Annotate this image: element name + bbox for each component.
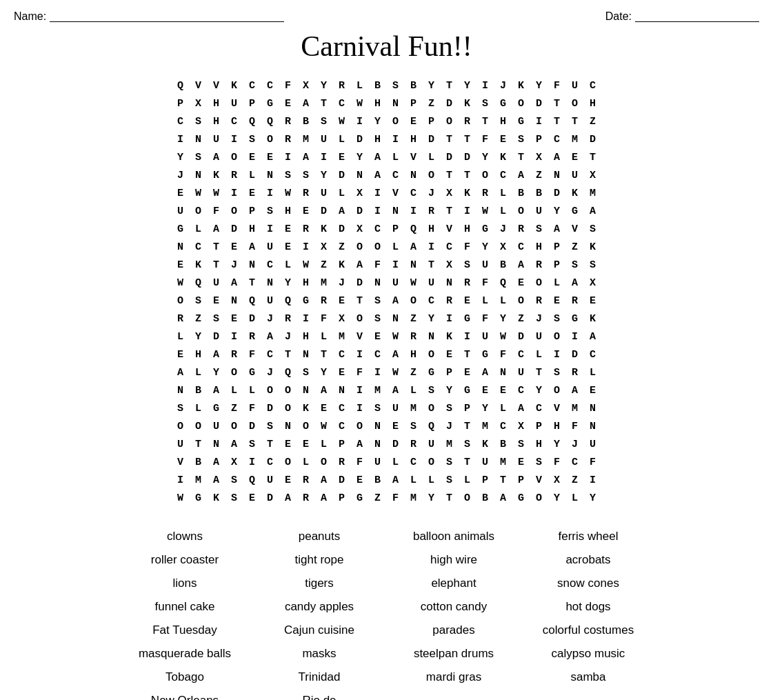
grid-cell: N xyxy=(405,166,423,184)
grid-cell: O xyxy=(297,417,315,435)
grid-cell: R xyxy=(405,435,423,453)
grid-cell: D xyxy=(208,328,225,346)
grid-cell: S xyxy=(548,310,566,328)
grid-cell: F xyxy=(548,453,566,471)
grid-cell: A xyxy=(387,292,405,310)
grid-cell: G xyxy=(261,94,279,112)
grid-row: IMASQUERADEBALLSLPTPVXZI xyxy=(172,471,602,489)
grid-cell: E xyxy=(225,310,243,328)
grid-cell: L xyxy=(243,166,261,184)
grid-cell: P xyxy=(441,363,459,381)
grid-cell: I xyxy=(225,184,243,202)
grid-cell: U xyxy=(208,417,225,435)
grid-cell: Y xyxy=(584,489,602,507)
grid-cell: B xyxy=(190,381,208,399)
grid-cell: A xyxy=(494,489,512,507)
word-item: elephant xyxy=(387,574,521,592)
grid-cell: Y xyxy=(369,112,387,130)
grid-cell: M xyxy=(584,184,602,202)
grid-cell: P xyxy=(333,435,351,453)
grid-cell: Q xyxy=(279,363,297,381)
grid-cell: D xyxy=(351,202,369,220)
grid-cell: Q xyxy=(279,292,297,310)
grid-cell: S xyxy=(261,417,279,435)
grid-row: PXHUPGEATCWHNPZDKSGODTOH xyxy=(172,94,602,112)
word-item: lions xyxy=(118,574,252,592)
grid-cell: W xyxy=(172,489,190,507)
grid-cell: C xyxy=(423,292,441,310)
grid-cell: S xyxy=(584,220,602,238)
grid-cell: T xyxy=(208,238,225,256)
word-item: Rio deJaneiro xyxy=(252,692,387,700)
grid-cell: I xyxy=(369,184,387,202)
grid-cell: B xyxy=(512,184,530,202)
grid-cell: E xyxy=(333,292,351,310)
grid-cell: R xyxy=(459,112,476,130)
grid-cell: H xyxy=(297,274,315,292)
grid-cell: T xyxy=(441,77,459,94)
grid-cell: I xyxy=(351,112,369,130)
grid-cell: S xyxy=(369,292,387,310)
grid-cell: X xyxy=(190,94,208,112)
grid-cell: N xyxy=(387,202,405,220)
grid-cell: E xyxy=(512,274,530,292)
grid-cell: V xyxy=(405,148,423,166)
grid-row: GLADHIERKDXCPQHVHGJRSAVS xyxy=(172,220,602,238)
word-item: Tobago xyxy=(118,668,252,686)
grid-cell: Q xyxy=(243,292,261,310)
grid-cell: C xyxy=(494,417,512,435)
grid-cell: N xyxy=(387,310,405,328)
grid-cell: A xyxy=(225,274,243,292)
grid-cell: E xyxy=(172,256,190,274)
grid-cell: G xyxy=(566,202,584,220)
grid-cell: U xyxy=(387,274,405,292)
grid-cell: W xyxy=(315,417,333,435)
grid-cell: N xyxy=(297,381,315,399)
grid-cell: L xyxy=(333,130,351,148)
grid-cell: W xyxy=(279,184,297,202)
grid-cell: O xyxy=(548,328,566,346)
word-item: cotton candy xyxy=(387,598,521,616)
grid-cell: L xyxy=(351,77,369,94)
grid-cell: M xyxy=(494,453,512,471)
grid-cell: O xyxy=(225,202,243,220)
word-item: snow cones xyxy=(521,574,656,592)
grid-cell: Z xyxy=(530,166,548,184)
grid-cell: S xyxy=(441,471,459,489)
grid-cell: U xyxy=(423,435,441,453)
grid-cell: Z xyxy=(315,256,333,274)
grid-cell: L xyxy=(297,453,315,471)
grid-cell: V xyxy=(530,471,548,489)
grid-cell: D xyxy=(530,94,548,112)
grid-cell: K xyxy=(476,435,494,453)
grid-cell: R xyxy=(297,471,315,489)
grid-cell: T xyxy=(261,435,279,453)
grid-cell: I xyxy=(566,328,584,346)
grid-cell: N xyxy=(369,274,387,292)
grid-cell: R xyxy=(297,220,315,238)
grid-cell: O xyxy=(423,166,441,184)
grid-cell: O xyxy=(441,112,459,130)
grid-cell: D xyxy=(315,202,333,220)
grid-cell: A xyxy=(208,471,225,489)
grid-cell: V xyxy=(441,220,459,238)
grid-row: LYDIRAJHLMVEWRNKIUWDUOIA xyxy=(172,328,602,346)
grid-cell: T xyxy=(441,202,459,220)
grid-cell: I xyxy=(297,238,315,256)
grid-cell: O xyxy=(387,112,405,130)
grid-cell: V xyxy=(351,328,369,346)
grid-cell: L xyxy=(190,220,208,238)
grid-cell: N xyxy=(387,94,405,112)
grid-row: WGKSEDARAPGZFMYTOBAGOYLY xyxy=(172,489,602,507)
grid-cell: A xyxy=(548,220,566,238)
grid-cell: A xyxy=(279,489,297,507)
grid-cell: F xyxy=(459,238,476,256)
grid-cell: V xyxy=(208,77,225,94)
grid-cell: I xyxy=(459,328,476,346)
grid-cell: E xyxy=(584,381,602,399)
grid-cell: C xyxy=(243,77,261,94)
grid-cell: B xyxy=(530,184,548,202)
grid-cell: N xyxy=(423,328,441,346)
grid-cell: L xyxy=(494,184,512,202)
grid-cell: E xyxy=(494,381,512,399)
